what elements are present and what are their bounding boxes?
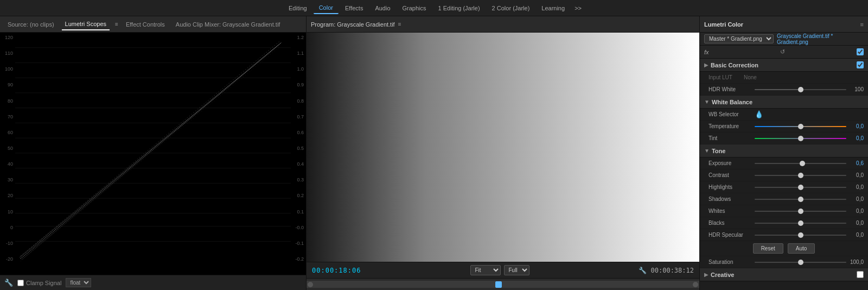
panel-tabs: Source: (no clips) Lumetri Scopes ≡ Effe… bbox=[0, 16, 306, 33]
timecode-in[interactable]: 00:00:18:06 bbox=[312, 267, 361, 274]
center-panel: Program: Grayscale Gradient.tif ≡ 00:00:… bbox=[307, 16, 700, 290]
nav-effects[interactable]: Effects bbox=[340, 3, 368, 14]
main-content: Source: (no clips) Lumetri Scopes ≡ Effe… bbox=[0, 16, 868, 290]
creative-checkbox[interactable] bbox=[857, 271, 864, 278]
nav-learning[interactable]: Learning bbox=[536, 3, 570, 14]
white-balance-header[interactable]: ▼ White Balance bbox=[700, 96, 868, 109]
quality-select[interactable]: Full 1/21/41/8 bbox=[504, 265, 529, 275]
hdr-white-slider[interactable] bbox=[755, 86, 846, 93]
tab-audio-clip-mixer[interactable]: Audio Clip Mixer: Grayscale Gradient.tif bbox=[173, 19, 284, 30]
contrast-slider[interactable] bbox=[755, 172, 846, 179]
top-nav: Editing Color Effects Audio Graphics 1 E… bbox=[0, 0, 868, 16]
shadows-slider[interactable] bbox=[755, 196, 846, 203]
white-balance-title: White Balance bbox=[712, 99, 752, 105]
y-axis: 120 110 100 90 80 70 60 50 40 30 20 10 0… bbox=[0, 33, 15, 264]
clamp-signal-input[interactable] bbox=[17, 280, 24, 286]
blacks-track bbox=[755, 223, 846, 224]
y-label-30: 30 bbox=[0, 177, 15, 182]
temperature-row: Temperature 0,0 bbox=[700, 121, 868, 133]
lumetri-menu-icon[interactable]: ≡ bbox=[860, 21, 864, 28]
basic-correction-header[interactable]: ▶ Basic Correction bbox=[700, 59, 868, 72]
r-label-neg02: -0.2 bbox=[291, 256, 306, 262]
whites-label: Whites bbox=[709, 208, 755, 214]
tone-header[interactable]: ▼ Tone bbox=[700, 144, 868, 157]
nav-editing-jarle[interactable]: 1 Editing (Jarle) bbox=[433, 3, 486, 14]
timeline-end[interactable] bbox=[693, 282, 698, 287]
highlights-slider[interactable] bbox=[755, 184, 846, 191]
exposure-slider[interactable] bbox=[755, 160, 846, 167]
auto-button[interactable]: Auto bbox=[788, 243, 815, 254]
waveform-container bbox=[15, 33, 291, 264]
hdr-white-track bbox=[755, 89, 846, 90]
r-label-09: 0.9 bbox=[291, 82, 306, 87]
program-display bbox=[307, 33, 699, 262]
white-balance-triangle: ▼ bbox=[704, 99, 710, 105]
saturation-track bbox=[755, 262, 846, 263]
nav-audio[interactable]: Audio bbox=[369, 3, 395, 14]
basic-correction-checkbox[interactable] bbox=[857, 61, 864, 68]
nav-editing[interactable]: Editing bbox=[283, 3, 312, 14]
clip-row: Master * Gradient.png Grayscale Gradient… bbox=[700, 33, 868, 46]
highlights-label: Highlights bbox=[709, 184, 755, 190]
tab-effect-controls[interactable]: Effect Controls bbox=[123, 19, 168, 30]
temperature-slider[interactable] bbox=[755, 123, 846, 130]
nav-color-jarle[interactable]: 2 Color (Jarle) bbox=[487, 3, 535, 14]
y-label-neg20: -20 bbox=[0, 256, 15, 262]
nav-more[interactable]: >> bbox=[571, 3, 585, 14]
timeline-playhead[interactable] bbox=[495, 281, 502, 288]
saturation-row: Saturation 100,0 bbox=[700, 256, 868, 268]
nav-color[interactable]: Color bbox=[314, 2, 339, 14]
saturation-label: Saturation bbox=[709, 259, 755, 265]
creative-triangle: ▶ bbox=[704, 272, 709, 278]
fx-reset-icon[interactable]: ↺ bbox=[780, 48, 785, 55]
svg-line-16 bbox=[22, 45, 279, 260]
hdr-specular-slider[interactable] bbox=[755, 231, 846, 239]
tab-lumetri-scopes[interactable]: Lumetri Scopes bbox=[62, 18, 110, 30]
exposure-row: Exposure 0,6 bbox=[700, 157, 868, 169]
input-lut-value[interactable]: None bbox=[744, 74, 864, 80]
fx-label: fx bbox=[704, 49, 709, 55]
basic-correction-triangle: ▶ bbox=[704, 62, 709, 68]
lumetri-color-header: Lumetri Color ≡ bbox=[700, 16, 868, 33]
y-label-110: 110 bbox=[0, 51, 15, 56]
float-select[interactable]: float bbox=[66, 278, 91, 287]
r-label-10: 1.0 bbox=[291, 66, 306, 72]
program-menu[interactable]: ≡ bbox=[398, 21, 401, 27]
whites-row: Whites 0,0 bbox=[700, 205, 868, 217]
clip-selector[interactable]: Master * Gradient.png bbox=[704, 34, 774, 43]
y-label-40: 40 bbox=[0, 161, 15, 167]
eyedropper-icon[interactable]: 💧 bbox=[755, 110, 763, 118]
temperature-label: Temperature bbox=[709, 123, 755, 129]
svg-line-15 bbox=[20, 42, 282, 257]
fx-enable-checkbox[interactable] bbox=[857, 48, 864, 55]
svg-line-18 bbox=[21, 46, 280, 261]
tab-lumetri-scopes-menu[interactable]: ≡ bbox=[115, 21, 118, 27]
hdr-white-fill bbox=[755, 89, 801, 90]
whites-slider[interactable] bbox=[755, 207, 846, 215]
blacks-label: Blacks bbox=[709, 220, 755, 226]
clamp-signal-checkbox[interactable]: Clamp Signal bbox=[17, 280, 61, 286]
tint-slider[interactable] bbox=[755, 135, 846, 142]
tint-row: Tint 0,0 bbox=[700, 133, 868, 144]
reset-button[interactable]: Reset bbox=[753, 243, 783, 254]
wrench-icon[interactable]: 🔧 bbox=[639, 267, 647, 274]
creative-row[interactable]: ▶ Creative bbox=[700, 268, 868, 281]
y-label-80: 80 bbox=[0, 98, 15, 104]
program-ctrl-right: 🔧 00:00:38:12 bbox=[639, 267, 694, 274]
tone-triangle: ▼ bbox=[704, 148, 710, 154]
shadows-label: Shadows bbox=[709, 196, 755, 202]
saturation-slider[interactable] bbox=[755, 259, 846, 266]
r-label-00: -0.0 bbox=[291, 225, 306, 230]
blacks-slider[interactable] bbox=[755, 219, 846, 227]
fit-select[interactable]: Fit 25%50%75%100% bbox=[470, 265, 501, 275]
tab-source[interactable]: Source: (no clips) bbox=[4, 19, 58, 30]
svg-line-17 bbox=[21, 41, 280, 256]
basic-correction-title: Basic Correction bbox=[711, 62, 758, 68]
highlights-thumb bbox=[798, 185, 803, 190]
nav-graphics[interactable]: Graphics bbox=[397, 3, 432, 14]
scope-settings-icon[interactable]: 🔧 bbox=[4, 279, 13, 287]
whites-thumb bbox=[798, 209, 803, 214]
timeline-strip[interactable] bbox=[307, 278, 699, 290]
y-label-90: 90 bbox=[0, 82, 15, 87]
timeline-start[interactable] bbox=[308, 282, 313, 287]
